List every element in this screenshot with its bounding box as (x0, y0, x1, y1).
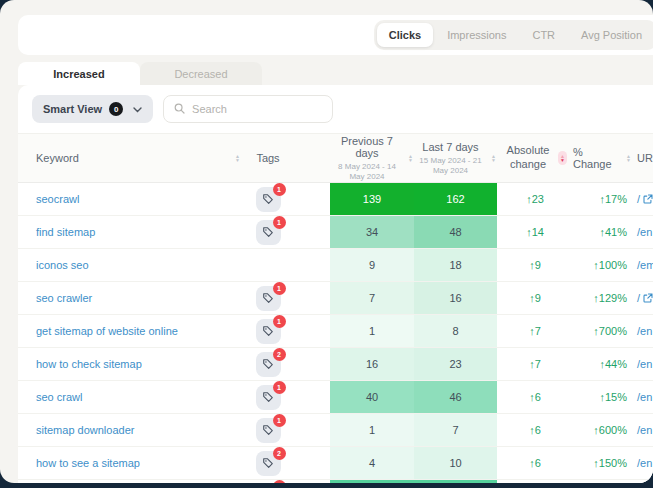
smart-view-label: Smart View (43, 103, 102, 115)
previous-value-cell: 9 (330, 249, 414, 281)
tag-button[interactable]: 2 (256, 352, 281, 377)
table-body: seocrawl 1 139 162 ↑23 ↑17% / (18, 183, 653, 483)
previous-value-cell: 16 (330, 348, 414, 380)
table-row: iconos seo 9 18 ↑9 ↑100% /em (18, 249, 653, 282)
previous-value-cell: 1 (330, 315, 414, 347)
sort-last[interactable]: ▲▼ (491, 154, 496, 162)
table-row: sitemap downloader 1 1 7 ↑6 ↑600% /en (18, 414, 653, 447)
tag-count-badge: 1 (273, 216, 286, 229)
last-value-cell: 8 (414, 315, 497, 347)
url-link[interactable]: /en (635, 226, 653, 238)
tag-icon (262, 325, 274, 337)
last-value-cell: 162 (414, 183, 497, 215)
tag-icon (262, 391, 274, 403)
url-link[interactable]: / (635, 292, 653, 304)
smart-view-button[interactable]: Smart View 0 (32, 95, 153, 123)
tag-button[interactable]: 1 (256, 319, 281, 344)
absolute-change-value: ↑6 (497, 457, 573, 469)
external-link-icon (643, 194, 653, 204)
col-previous-label: Previous 7 days (330, 135, 404, 159)
keyword-link[interactable]: how to see a sitemap (18, 457, 246, 469)
tag-count-badge: 1 (273, 480, 286, 484)
sort-percent[interactable]: ▲▼ (626, 154, 631, 162)
url-link[interactable]: /en (635, 358, 653, 370)
tag-icon (262, 226, 274, 238)
tag-button[interactable]: 2 (256, 451, 281, 476)
previous-value-cell: 34 (330, 216, 414, 248)
previous-value-cell: 4 (330, 447, 414, 479)
percent-change-value: ↑100% (573, 259, 635, 271)
tag-icon (262, 292, 274, 304)
url-link[interactable]: /en (635, 457, 653, 469)
keyword-link[interactable]: seo crawl (18, 391, 246, 403)
tag-button[interactable]: 1 (256, 418, 281, 443)
external-link-icon (643, 293, 653, 303)
metric-ctr[interactable]: CTR (520, 23, 567, 47)
absolute-change-value: ↑9 (497, 292, 573, 304)
tag-icon (262, 424, 274, 436)
url-link[interactable]: / (635, 193, 653, 205)
table-row: get sitemap of website online 1 1 8 ↑7 ↑… (18, 315, 653, 348)
col-last-range: 15 May 2024 - 21 May 2024 (414, 156, 487, 176)
sort-absolute-active[interactable]: ▲▼ (558, 151, 567, 165)
table-row: seo crawl 1 40 46 ↑6 ↑15% /en (18, 381, 653, 414)
table-row: seo crawler 1 7 16 ↑9 ↑129% / (18, 282, 653, 315)
last-value-cell: 46 (414, 381, 497, 413)
smart-view-count-badge: 0 (109, 102, 123, 116)
absolute-change-value: ↑9 (497, 259, 573, 271)
table-row: 1 (18, 480, 653, 483)
url-link[interactable]: /en (635, 424, 653, 436)
tag-button[interactable]: 1 (256, 286, 281, 311)
metric-impressions[interactable]: Impressions (435, 23, 518, 47)
tag-button[interactable]: 1 (256, 187, 281, 212)
keyword-link[interactable]: sitemap downloader (18, 424, 246, 436)
url-link[interactable]: /em (635, 259, 653, 271)
last-value-cell (414, 480, 497, 483)
keyword-link[interactable]: seo crawler (18, 292, 246, 304)
metric-clicks[interactable]: Clicks (377, 23, 433, 47)
url-link[interactable]: /en (635, 325, 653, 337)
previous-value-cell: 1 (330, 414, 414, 446)
dashboard-card: ClicksImpressionsCTRAvg Position Increas… (0, 0, 653, 483)
previous-value-cell: 139 (330, 183, 414, 215)
col-percent-label: % Change (573, 146, 621, 170)
keyword-link[interactable]: iconos seo (18, 259, 246, 271)
col-tags-label: Tags (246, 152, 290, 164)
search-icon (174, 100, 185, 118)
tag-count-badge: 2 (273, 447, 286, 460)
absolute-change-value: ↑23 (497, 193, 573, 205)
absolute-change-value: ↑6 (497, 391, 573, 403)
keyword-link[interactable]: get sitemap of website online (18, 325, 246, 337)
percent-change-value: ↑41% (573, 226, 635, 238)
col-absolute-label: Absolute change (503, 144, 553, 172)
percent-change-value: ↑150% (573, 457, 635, 469)
percent-change-value: ↑17% (573, 193, 635, 205)
table-header: Keyword ▲▼ Tags Previous 7 days 8 May 20… (18, 133, 653, 183)
last-value-cell: 23 (414, 348, 497, 380)
tag-button[interactable]: 1 (256, 220, 281, 245)
toolbar: Smart View 0 (18, 85, 653, 133)
tab-decreased[interactable]: Decreased (140, 62, 262, 85)
direction-tabs: Increased Decreased (18, 62, 262, 85)
keyword-link[interactable]: how to check sitemap (18, 358, 246, 370)
keyword-link[interactable]: find sitemap (18, 226, 246, 238)
keyword-link[interactable]: seocrawl (18, 193, 246, 205)
sort-keyword[interactable]: ▲▼ (235, 154, 240, 162)
percent-change-value: ↑44% (573, 358, 635, 370)
sort-previous[interactable]: ▲▼ (408, 154, 413, 162)
percent-change-value: ↑700% (573, 325, 635, 337)
absolute-change-value: ↑7 (497, 325, 573, 337)
search-input[interactable] (192, 103, 322, 115)
tag-count-badge: 1 (273, 282, 286, 295)
metric-switcher: ClicksImpressionsCTRAvg Position (374, 20, 653, 50)
tab-increased[interactable]: Increased (18, 62, 140, 85)
tag-button[interactable]: 1 (256, 385, 281, 410)
tag-count-badge: 1 (273, 381, 286, 394)
metric-panel: ClicksImpressionsCTRAvg Position (18, 15, 653, 55)
metric-avg-position[interactable]: Avg Position (569, 23, 653, 47)
tag-count-badge: 1 (273, 315, 286, 328)
url-link[interactable]: /en (635, 391, 653, 403)
last-value-cell: 7 (414, 414, 497, 446)
last-value-cell: 48 (414, 216, 497, 248)
tag-icon (262, 358, 274, 370)
